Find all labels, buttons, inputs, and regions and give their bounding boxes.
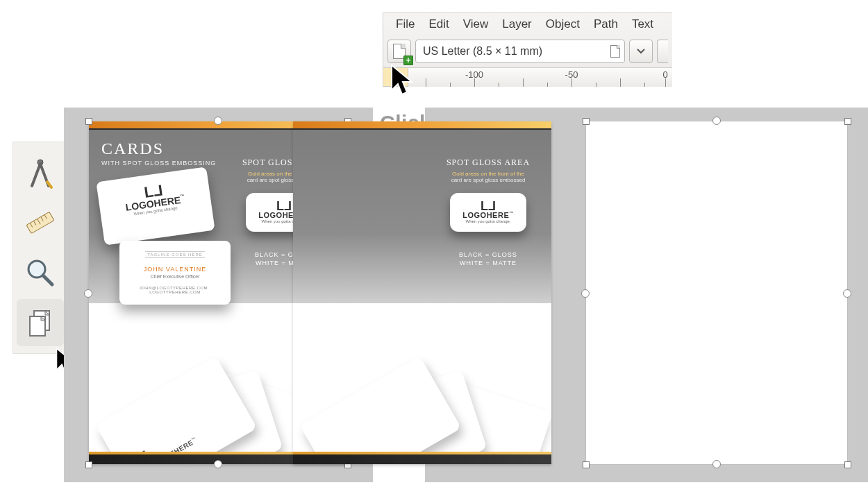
sel-handle[interactable] (844, 461, 851, 468)
ruler-row: -100 -50 0 (383, 67, 672, 87)
svg-rect-1 (26, 212, 54, 233)
page-2-blank[interactable] (586, 121, 847, 464)
sel-handle[interactable] (583, 118, 590, 125)
sel-handle[interactable] (85, 118, 92, 125)
pages-icon (24, 307, 56, 339)
horizontal-ruler[interactable]: -100 -50 0 (408, 68, 672, 87)
compass-icon (24, 157, 56, 189)
menu-object[interactable]: Object (539, 16, 587, 33)
sel-handle[interactable] (712, 117, 721, 125)
side-tool-palette (12, 142, 68, 354)
menu-edit[interactable]: Edit (422, 16, 456, 33)
menu-file[interactable]: File (389, 16, 422, 33)
menu-layer[interactable]: Layer (495, 16, 539, 33)
sel-handle[interactable] (712, 460, 721, 468)
sample-card-logo: LL LOGOHERE™ When you gotta change. (96, 167, 215, 245)
zoom-icon (24, 257, 56, 289)
page-1-copy[interactable]: SPOT GLOSS AREA Gold areas on the front … (293, 121, 551, 464)
sel-handle[interactable] (214, 117, 222, 125)
tool-ruler[interactable] (17, 199, 64, 246)
tool-pages[interactable] (17, 299, 64, 346)
menu-text[interactable]: Text (625, 16, 660, 33)
tool-compass[interactable] (17, 149, 64, 196)
page-size-label: US Letter (8.5 × 11 mm) (423, 45, 542, 58)
canvas-after[interactable]: SPOT GLOSS AREA Gold areas on the front … (425, 108, 868, 482)
layer-lock-icon[interactable] (383, 68, 408, 87)
menu-path[interactable]: Path (587, 16, 625, 33)
app-chrome: File Edit View Layer Object Path Text + … (383, 12, 672, 87)
page-size-dropdown[interactable] (629, 40, 653, 63)
chevron-down-icon (637, 49, 645, 54)
ruler-icon (23, 205, 58, 240)
tool-zoom[interactable] (17, 249, 64, 296)
page-toolbar: + US Letter (8.5 × 11 mm) (383, 37, 672, 67)
new-page-button[interactable]: + (387, 40, 411, 63)
plus-icon: + (403, 56, 413, 65)
toolbar-overflow[interactable] (657, 40, 668, 63)
sel-handle[interactable] (583, 461, 590, 468)
page-size-select[interactable]: US Letter (8.5 × 11 mm) (415, 40, 625, 63)
sel-handle[interactable] (85, 461, 92, 468)
svg-line-8 (43, 275, 52, 284)
sample-card-person: TAGLINE GOES HERE JOHN VALENTINE Chief E… (119, 241, 231, 305)
sel-handle[interactable] (843, 289, 851, 298)
menu-bar: File Edit View Layer Object Path Text (383, 13, 672, 37)
sel-handle[interactable] (214, 460, 222, 468)
sel-handle[interactable] (844, 118, 851, 125)
page-orientation-icon (610, 45, 620, 58)
menu-view[interactable]: View (456, 16, 496, 33)
spot-gloss-block: SPOT GLOSS AREA Gold areas on the front … (436, 158, 540, 266)
sel-handle[interactable] (84, 289, 92, 298)
sel-handle[interactable] (581, 289, 590, 298)
